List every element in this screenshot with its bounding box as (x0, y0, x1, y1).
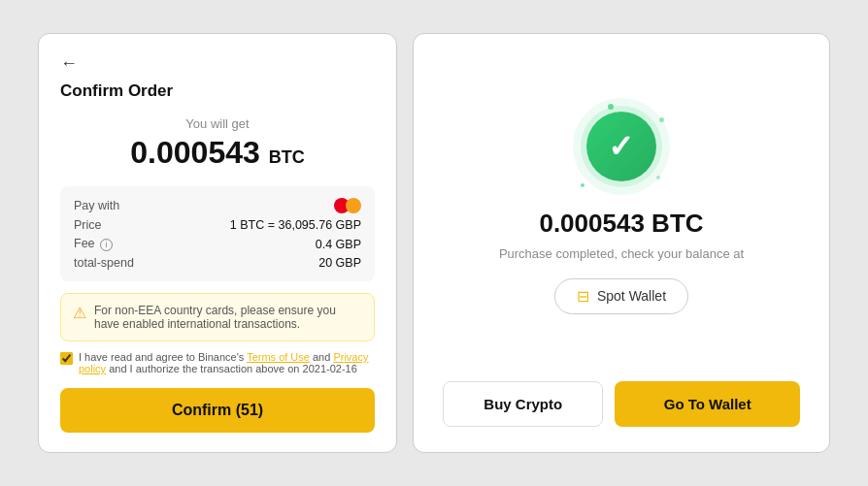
success-panel: ✓ 0.000543 BTC Purchase completed, check… (413, 33, 830, 453)
mastercard-icon (334, 198, 361, 213)
fee-label-text: Fee (74, 237, 95, 250)
confirm-order-panel: ← Confirm Order You will get 0.000543 BT… (38, 33, 397, 453)
confirm-button[interactable]: Confirm (51) (60, 388, 375, 433)
order-details-box: Pay with Price 1 BTC = 36,095.76 GBP Fee… (60, 186, 375, 281)
go-to-wallet-button[interactable]: Go To Wallet (615, 381, 800, 427)
total-value: 20 GBP (318, 256, 361, 270)
price-row: Price 1 BTC = 36,095.76 GBP (74, 218, 361, 232)
sparkle-3 (581, 183, 584, 187)
pay-with-row: Pay with (74, 198, 361, 213)
terms-checkbox[interactable] (60, 352, 73, 365)
page-title: Confirm Order (60, 81, 375, 101)
fee-label: Fee i (74, 237, 113, 251)
fee-info-icon[interactable]: i (100, 239, 113, 251)
checkmark-icon: ✓ (608, 131, 634, 162)
buy-crypto-button[interactable]: Buy Crypto (443, 381, 603, 427)
success-subtitle: Purchase completed, check your balance a… (499, 246, 744, 261)
back-button[interactable]: ← (60, 53, 78, 74)
warning-icon: ⚠ (73, 304, 86, 322)
bottom-buttons: Buy Crypto Go To Wallet (443, 381, 800, 427)
btc-number: 0.000543 (130, 135, 259, 170)
sparkle-1 (608, 104, 614, 110)
btc-amount-display: 0.000543 BTC (60, 135, 375, 171)
warning-box: ⚠ For non-EEA country cards, please ensu… (60, 293, 375, 341)
spot-wallet-label: Spot Wallet (597, 288, 666, 304)
fee-row: Fee i 0.4 GBP (74, 237, 361, 251)
terms-suffix: and I authorize the transaction above on… (106, 363, 357, 374)
terms-text: I have read and agree to Binance's Terms… (79, 351, 375, 374)
terms-and: and (310, 351, 333, 363)
success-btc-amount: 0.000543 BTC (539, 209, 703, 239)
price-label: Price (74, 218, 101, 232)
you-will-get-label: You will get (60, 116, 375, 131)
sparkle-4 (656, 176, 660, 179)
warning-text: For non-EEA country cards, please ensure… (94, 304, 362, 331)
terms-row: I have read and agree to Binance's Terms… (60, 351, 375, 374)
sparkle-2 (659, 117, 664, 122)
spot-wallet-button[interactable]: ⊟ Spot Wallet (554, 278, 688, 314)
pay-with-label: Pay with (74, 199, 119, 212)
total-label: total-spend (74, 256, 134, 270)
success-icon-wrapper: ✓ (579, 104, 664, 189)
screens-wrapper: ← Confirm Order You will get 0.000543 BT… (22, 17, 846, 469)
btc-unit: BTC (269, 147, 305, 167)
fee-value: 0.4 GBP (316, 238, 361, 251)
total-row: total-spend 20 GBP (74, 256, 361, 270)
terms-prefix: I have read and agree to Binance's (79, 351, 247, 363)
success-circle: ✓ (586, 112, 656, 181)
price-value: 1 BTC = 36,095.76 GBP (230, 218, 361, 232)
mc-orange-circle (346, 198, 361, 213)
wallet-icon: ⊟ (577, 287, 589, 306)
terms-of-use-link[interactable]: Terms of Use (247, 351, 310, 363)
success-area: ✓ 0.000543 BTC Purchase completed, check… (499, 63, 744, 354)
